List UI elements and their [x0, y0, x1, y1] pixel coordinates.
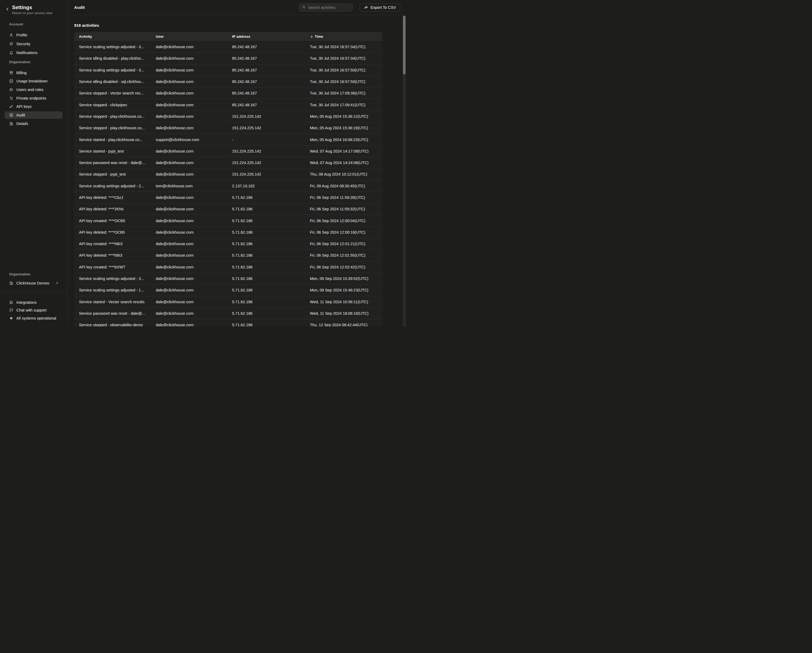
sidebar-footer-items: IntegrationsChat with support [0, 298, 67, 314]
activity-cell: Service scaling settings adjusted - 3... [74, 68, 151, 72]
user-cell: dale@clickhouse.com [151, 265, 227, 269]
search-input-wrapper[interactable] [299, 3, 353, 12]
table-row[interactable]: Service started - play.clickhouse.co...s… [74, 134, 382, 145]
table-row[interactable]: API key created: ****hBI3dale@clickhouse… [74, 238, 382, 249]
sidebar-item-billing[interactable]: Billing [5, 69, 63, 76]
sidebar-item-users-and-roles[interactable]: Users and roles [5, 86, 63, 93]
table-row[interactable]: Service stopped - pypi_testdale@clickhou… [74, 168, 382, 180]
ip-cell: 5.71.62.186 [227, 242, 305, 246]
sidebar-org-section-label: Organization [9, 272, 67, 276]
user-cell: dale@clickhouse.com [151, 195, 227, 200]
footer-item-label: Integrations [16, 300, 37, 305]
column-header-activity[interactable]: Activity [74, 35, 151, 38]
export-csv-button[interactable]: Export To CSV [360, 3, 400, 12]
ip-cell: 5.71.62.186 [227, 195, 305, 200]
sidebar-item-integrations[interactable]: Integrations [5, 298, 63, 307]
sidebar-item-label: Details [16, 122, 28, 126]
activity-cell: Service password was reset - dale@... [74, 160, 151, 165]
time-cell: Tue, 30 Jul 2024 16:57:50(UTC) [305, 79, 382, 84]
user-cell: dale@clickhouse.com [151, 207, 227, 211]
sidebar-item-api-keys[interactable]: API keys [5, 103, 63, 110]
table-row[interactable]: Service idling disabled - sql.clickhou..… [74, 76, 382, 87]
table-row[interactable]: API key deleted: ****CbzJdale@clickhouse… [74, 192, 382, 203]
ip-cell: 5.71.62.186 [227, 253, 305, 258]
table-row[interactable]: Service started - Vector search resultsd… [74, 296, 382, 308]
sidebar-item-chat-with-support[interactable]: Chat with support [5, 307, 63, 314]
table-row[interactable]: Service scaling settings adjusted - 3...… [74, 273, 382, 284]
back-icon[interactable] [5, 7, 10, 11]
activity-cell: Service scaling settings adjusted - 1... [74, 288, 151, 292]
table-row[interactable]: Service stopped - observability-demodale… [74, 319, 382, 326]
sidebar-item-label: Audit [16, 113, 25, 117]
sidebar-item-label: Users and roles [16, 87, 44, 92]
ip-cell: 85.242.48.167 [227, 45, 305, 49]
user-cell: dale@clickhouse.com [151, 288, 227, 292]
sidebar-item-notifications[interactable]: Notifications [5, 49, 63, 56]
user-cell: dale@clickhouse.com [151, 300, 227, 304]
footer-item-label: Chat with support [16, 308, 47, 312]
sidebar-item-label: API keys [16, 104, 32, 109]
table-row[interactable]: API key deleted: ****hBI3dale@clickhouse… [74, 249, 382, 261]
vertical-scrollbar[interactable] [403, 15, 406, 326]
ip-cell: 5.71.62.186 [227, 207, 305, 211]
ip-cell: 5.71.62.186 [227, 276, 305, 281]
table-row[interactable]: API key created: ****OCB5dale@clickhouse… [74, 215, 382, 226]
table-row[interactable]: Service password was reset - dale@...dal… [74, 308, 382, 319]
search-input[interactable] [308, 5, 350, 10]
activity-cell: API key deleted: ****hBI3 [74, 253, 151, 258]
sidebar-item-organization[interactable]: ClickHouse Demos [5, 279, 63, 287]
table-row[interactable]: Service started - pypi_testdale@clickhou… [74, 145, 382, 157]
main-area: Audit Export To CSV 918 activities Activ… [67, 0, 406, 326]
activity-cell: Service stopped - observability-demo [74, 323, 151, 326]
status-dot-icon [10, 317, 12, 319]
table-row[interactable]: Service scaling settings adjusted - 1...… [74, 284, 382, 296]
column-header-ip[interactable]: IP address [227, 35, 305, 38]
table-row[interactable]: Service stopped - play.clickhouse.co...d… [74, 111, 382, 122]
user-cell: dale@clickhouse.com [151, 149, 227, 153]
table-row[interactable]: Service scaling settings adjusted - 3...… [74, 41, 382, 52]
time-cell: Tue, 30 Jul 2024 17:09:36(UTC) [305, 91, 382, 95]
table-row[interactable]: API key deleted: ****OCB5dale@clickhouse… [74, 226, 382, 238]
ip-cell: 85.242.48.167 [227, 91, 305, 95]
ip-cell: 151.224.225.142 [227, 126, 305, 130]
time-cell: Mon, 05 Aug 2024 16:08:23(UTC) [305, 137, 382, 142]
ip-cell: 5.71.62.186 [227, 311, 305, 316]
table-row[interactable]: Service stopped - Vector search res...da… [74, 87, 382, 99]
activity-cell: Service scaling settings adjusted - 3... [74, 45, 151, 49]
column-header-user[interactable]: User [151, 35, 227, 38]
time-cell: Mon, 05 Aug 2024 15:36:19(UTC) [305, 126, 382, 130]
sidebar-item-usage-breakdown[interactable]: Usage breakdown [5, 77, 63, 85]
ip-cell: 5.71.62.186 [227, 288, 305, 292]
audit-table-body: Service scaling settings adjusted - 3...… [74, 41, 382, 326]
user-cell: dale@clickhouse.com [151, 68, 227, 72]
table-row[interactable]: Service idling disabled - play.clickho..… [74, 52, 382, 64]
user-cell: dale@clickhouse.com [151, 323, 227, 326]
user-cell: dale@clickhouse.com [151, 79, 227, 84]
section-label: Organization [9, 60, 67, 64]
sidebar-item-details[interactable]: Details [5, 120, 63, 127]
sidebar-item-private-endpoints[interactable]: Private endpoints [5, 95, 63, 102]
system-status[interactable]: All systems operational [5, 314, 63, 322]
activity-cell: API key created: ****OCB5 [74, 219, 151, 223]
activities-count: 918 activities [74, 23, 99, 27]
time-cell: Tue, 30 Jul 2024 17:09:41(UTC) [305, 103, 382, 107]
activity-cell: Service stopped - play.clickhouse.co... [74, 126, 151, 130]
table-row[interactable]: Service scaling settings adjusted - 3...… [74, 64, 382, 76]
table-row[interactable]: Service stopped - play.clickhouse.co...d… [74, 122, 382, 134]
section-label: Account [9, 22, 67, 26]
scrollbar-thumb[interactable] [403, 16, 406, 75]
sidebar-item-audit[interactable]: Audit [5, 111, 63, 119]
table-row[interactable]: API key created: ****bXWTdale@clickhouse… [74, 261, 382, 273]
table-row[interactable]: API key deleted: ****2KNcdale@clickhouse… [74, 203, 382, 215]
sidebar-header: Settings Return to your service view [0, 0, 67, 19]
time-cell: Fri, 06 Sep 2024 12:00:04(UTC) [305, 219, 382, 223]
activity-cell: API key deleted: ****CbzJ [74, 195, 151, 200]
table-row[interactable]: Service stopped - clickpipesdale@clickho… [74, 99, 382, 110]
sidebar-item-security[interactable]: Security [5, 40, 63, 47]
table-row[interactable]: Service scaling settings adjusted - 2...… [74, 180, 382, 192]
table-row[interactable]: Service password was reset - dale@...dal… [74, 157, 382, 168]
sidebar-item-profile[interactable]: Profile [5, 31, 63, 39]
time-cell: Tue, 30 Jul 2024 16:57:34(UTC) [305, 56, 382, 61]
column-header-time[interactable]: Time [305, 35, 382, 38]
time-cell: Fri, 09 Aug 2024 08:30:45(UTC) [305, 184, 382, 188]
